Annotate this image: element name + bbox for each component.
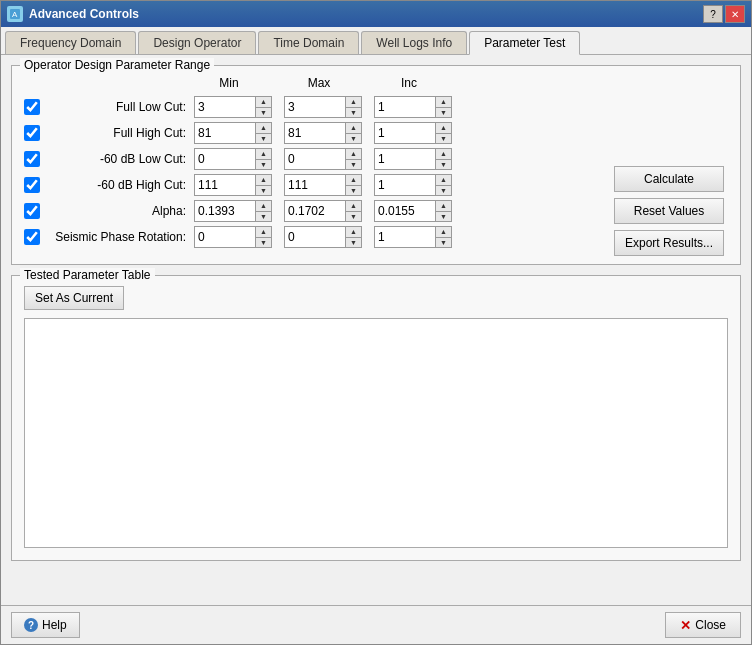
header-inc: Inc — [364, 76, 454, 90]
checkbox-full-low-cut[interactable] — [24, 99, 40, 115]
input-60db-high-cut-max[interactable] — [284, 174, 346, 196]
input-full-high-cut-max[interactable] — [284, 122, 346, 144]
spinner-arrows: ▲ ▼ — [436, 148, 452, 170]
spinner-down[interactable]: ▼ — [256, 212, 271, 222]
input-full-low-cut-min[interactable] — [194, 96, 256, 118]
tested-parameter-table — [24, 318, 728, 548]
spinner-down[interactable]: ▼ — [346, 186, 361, 196]
spinner-arrows: ▲ ▼ — [256, 122, 272, 144]
reset-values-button[interactable]: Reset Values — [614, 198, 724, 224]
checkbox-full-high-cut[interactable] — [24, 125, 40, 141]
input-alpha-min[interactable] — [194, 200, 256, 222]
tab-well-logs-info[interactable]: Well Logs Info — [361, 31, 467, 54]
spinner-down[interactable]: ▼ — [256, 108, 271, 118]
spinner-up[interactable]: ▲ — [436, 175, 451, 186]
spinner-down[interactable]: ▼ — [346, 160, 361, 170]
spinner-down[interactable]: ▼ — [436, 160, 451, 170]
tab-frequency-domain[interactable]: Frequency Domain — [5, 31, 136, 54]
spinner-up[interactable]: ▲ — [256, 149, 271, 160]
calculate-button[interactable]: Calculate — [614, 166, 724, 192]
spinner-down[interactable]: ▼ — [256, 160, 271, 170]
help-button[interactable]: ? Help — [11, 612, 80, 638]
export-results-button[interactable]: Export Results... — [614, 230, 724, 256]
spinner-down[interactable]: ▼ — [436, 238, 451, 248]
input-alpha-inc[interactable] — [374, 200, 436, 222]
spinner-up[interactable]: ▲ — [256, 175, 271, 186]
input-seismic-phase-min[interactable] — [194, 226, 256, 248]
input-60db-low-cut-max[interactable] — [284, 148, 346, 170]
input-alpha-max[interactable] — [284, 200, 346, 222]
spinner-60db-high-cut-inc: ▲ ▼ — [374, 174, 464, 196]
spinner-full-low-cut-inc: ▲ ▼ — [374, 96, 464, 118]
spinner-up[interactable]: ▲ — [436, 149, 451, 160]
spinner-60db-low-cut-min: ▲ ▼ — [194, 148, 284, 170]
spinner-up[interactable]: ▲ — [256, 227, 271, 238]
spinner-up[interactable]: ▲ — [436, 123, 451, 134]
spinner-up[interactable]: ▲ — [436, 201, 451, 212]
spinner-down[interactable]: ▼ — [436, 108, 451, 118]
spinner-seismic-phase-inc: ▲ ▼ — [374, 226, 464, 248]
label-alpha: Alpha: — [44, 204, 194, 218]
spinner-up[interactable]: ▲ — [256, 201, 271, 212]
input-full-low-cut-inc[interactable] — [374, 96, 436, 118]
checkbox-60db-high-cut[interactable] — [24, 177, 40, 193]
input-60db-low-cut-inc[interactable] — [374, 148, 436, 170]
spinner-down[interactable]: ▼ — [436, 212, 451, 222]
tab-time-domain[interactable]: Time Domain — [258, 31, 359, 54]
spinner-down[interactable]: ▼ — [346, 108, 361, 118]
spinner-up[interactable]: ▲ — [346, 175, 361, 186]
help-label: Help — [42, 618, 67, 632]
spinner-up[interactable]: ▲ — [436, 227, 451, 238]
set-as-current-button[interactable]: Set As Current — [24, 286, 124, 310]
spinner-down[interactable]: ▼ — [436, 186, 451, 196]
input-60db-high-cut-min[interactable] — [194, 174, 256, 196]
spinner-arrows: ▲ ▼ — [436, 174, 452, 196]
main-window: A Advanced Controls ? ✕ Frequency Domain… — [0, 0, 752, 645]
spinner-alpha-inc: ▲ ▼ — [374, 200, 464, 222]
action-buttons: Calculate Reset Values Export Results... — [614, 166, 724, 256]
spinner-arrows: ▲ ▼ — [436, 226, 452, 248]
spinner-arrows: ▲ ▼ — [256, 148, 272, 170]
spinner-down[interactable]: ▼ — [256, 238, 271, 248]
checkbox-60db-low-cut[interactable] — [24, 151, 40, 167]
spinner-up[interactable]: ▲ — [436, 97, 451, 108]
header-min: Min — [184, 76, 274, 90]
checkbox-alpha[interactable] — [24, 203, 40, 219]
spinner-full-high-cut-inc: ▲ ▼ — [374, 122, 464, 144]
spinner-up[interactable]: ▲ — [346, 149, 361, 160]
spinner-down[interactable]: ▼ — [436, 134, 451, 144]
spinner-arrows: ▲ ▼ — [256, 226, 272, 248]
spinner-60db-low-cut-max: ▲ ▼ — [284, 148, 374, 170]
input-full-high-cut-inc[interactable] — [374, 122, 436, 144]
app-icon: A — [7, 6, 23, 22]
spinner-alpha-max: ▲ ▼ — [284, 200, 374, 222]
spinner-up[interactable]: ▲ — [346, 227, 361, 238]
input-60db-high-cut-inc[interactable] — [374, 174, 436, 196]
tab-parameter-test[interactable]: Parameter Test — [469, 31, 580, 55]
checkbox-seismic-phase[interactable] — [24, 229, 40, 245]
window-title: Advanced Controls — [29, 7, 139, 21]
spinner-up[interactable]: ▲ — [346, 97, 361, 108]
params-header: Min Max Inc — [24, 76, 728, 90]
spinner-down[interactable]: ▼ — [256, 186, 271, 196]
spinner-up[interactable]: ▲ — [346, 123, 361, 134]
input-seismic-phase-inc[interactable] — [374, 226, 436, 248]
spinner-down[interactable]: ▼ — [346, 212, 361, 222]
input-60db-low-cut-min[interactable] — [194, 148, 256, 170]
input-full-high-cut-min[interactable] — [194, 122, 256, 144]
spinner-up[interactable]: ▲ — [256, 123, 271, 134]
spinner-up[interactable]: ▲ — [256, 97, 271, 108]
close-button[interactable]: ✕ Close — [665, 612, 741, 638]
spinner-60db-high-cut-max: ▲ ▼ — [284, 174, 374, 196]
spinner-down[interactable]: ▼ — [346, 238, 361, 248]
close-title-button[interactable]: ✕ — [725, 5, 745, 23]
spinner-arrows: ▲ ▼ — [346, 200, 362, 222]
spinner-up[interactable]: ▲ — [346, 201, 361, 212]
spinner-down[interactable]: ▼ — [346, 134, 361, 144]
tab-design-operator[interactable]: Design Operator — [138, 31, 256, 54]
help-title-button[interactable]: ? — [703, 5, 723, 23]
input-full-low-cut-max[interactable] — [284, 96, 346, 118]
content-area: Operator Design Parameter Range Min Max … — [1, 55, 751, 605]
spinner-down[interactable]: ▼ — [256, 134, 271, 144]
input-seismic-phase-max[interactable] — [284, 226, 346, 248]
